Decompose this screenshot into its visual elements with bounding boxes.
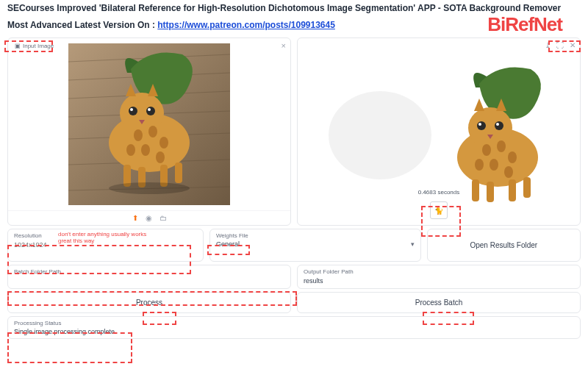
- svg-rect-39: [472, 179, 479, 201]
- input-image-toolbar: ⬆ ◉ 🗀: [8, 210, 290, 225]
- output-image-preview: [298, 38, 580, 225]
- svg-point-30: [495, 121, 503, 130]
- svg-point-11: [129, 107, 137, 115]
- fullscreen-icon[interactable]: ⛶: [556, 41, 564, 49]
- resolution-note: don't enter anything usually works great…: [58, 232, 154, 245]
- svg-point-36: [490, 159, 498, 171]
- svg-point-29: [477, 121, 486, 130]
- output-thumbnail[interactable]: 🐈: [430, 201, 448, 219]
- open-results-button[interactable]: Open Results Folder: [427, 229, 581, 262]
- svg-point-13: [130, 108, 133, 111]
- process-batch-button[interactable]: Process Batch: [297, 292, 581, 313]
- svg-point-33: [482, 144, 491, 156]
- download-icon[interactable]: ⤓: [545, 41, 551, 49]
- weights-field: Weights File General ▾: [209, 229, 421, 262]
- process-button[interactable]: Process: [7, 292, 291, 313]
- weights-select[interactable]: General ▾: [216, 240, 415, 248]
- svg-point-26: [329, 91, 431, 179]
- chevron-down-icon: ▾: [411, 240, 415, 248]
- svg-point-37: [504, 166, 513, 178]
- input-image-panel[interactable]: ▣ Input Image ×: [7, 37, 291, 226]
- subtitle: Most Advanced Latest Version On : https:…: [7, 20, 335, 30]
- batch-folder-input[interactable]: [14, 276, 284, 285]
- svg-point-20: [126, 144, 135, 156]
- clear-input-button[interactable]: ×: [282, 41, 286, 50]
- svg-point-35: [508, 151, 517, 163]
- status-value: Single image processing complete.: [14, 328, 574, 335]
- output-folder-label: Output Folder Path: [304, 268, 574, 275]
- svg-point-28: [468, 107, 512, 149]
- batch-folder-label: Batch Folder Path: [14, 268, 284, 275]
- header: SECourses Improved 'Bilateral Reference …: [0, 0, 588, 37]
- status-field: Processing Status Single image processin…: [7, 316, 581, 339]
- patreon-link[interactable]: https://www.patreon.com/posts/109913645: [157, 20, 335, 30]
- app-title: SECourses Improved 'Bilateral Reference …: [7, 3, 581, 13]
- svg-point-25: [109, 182, 190, 194]
- camera-icon[interactable]: ◉: [146, 214, 152, 222]
- svg-point-32: [496, 123, 499, 126]
- svg-point-10: [120, 93, 164, 134]
- svg-point-38: [475, 159, 484, 171]
- svg-point-12: [146, 107, 155, 115]
- output-image-panel: ⤓ ⛶ ✕: [297, 37, 581, 226]
- svg-point-19: [156, 151, 165, 163]
- processing-time: 0.4683 seconds: [418, 189, 460, 196]
- weights-label: Weights File: [216, 232, 415, 239]
- clipboard-icon[interactable]: 🗀: [159, 214, 167, 222]
- output-folder-input[interactable]: [304, 276, 574, 285]
- svg-point-34: [497, 140, 506, 152]
- brand-logo: BiRefNet: [487, 13, 562, 36]
- resolution-field: Resolution don't enter anything usually …: [7, 229, 204, 262]
- svg-point-18: [141, 144, 150, 156]
- status-label: Processing Status: [14, 320, 574, 326]
- svg-point-14: [148, 108, 151, 111]
- svg-rect-40: [487, 182, 494, 202]
- image-icon: ▣: [15, 43, 21, 49]
- svg-rect-42: [523, 177, 531, 198]
- svg-rect-41: [509, 179, 516, 201]
- svg-point-15: [134, 129, 143, 141]
- input-image-label: ▣ Input Image: [11, 41, 57, 51]
- input-image-preview: [8, 38, 290, 210]
- svg-point-31: [478, 123, 481, 126]
- svg-point-16: [148, 126, 157, 137]
- output-toolbar: ⤓ ⛶ ✕: [545, 41, 576, 49]
- svg-rect-24: [175, 162, 182, 183]
- svg-point-17: [159, 137, 168, 149]
- close-icon[interactable]: ✕: [570, 41, 576, 49]
- upload-icon[interactable]: ⬆: [132, 214, 138, 222]
- batch-folder-field: Batch Folder Path: [7, 265, 291, 289]
- output-folder-field: Output Folder Path: [297, 265, 581, 289]
